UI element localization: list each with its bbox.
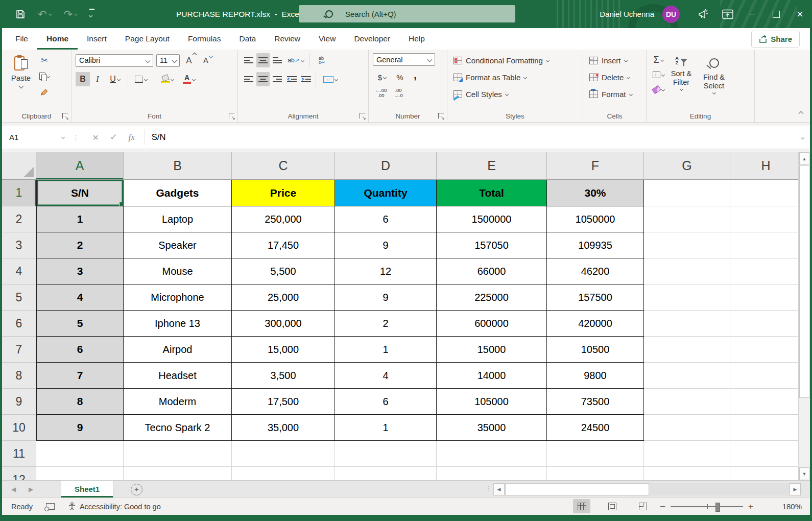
- cell-H9[interactable]: [730, 389, 798, 415]
- cell-B4[interactable]: Mouse: [124, 258, 232, 285]
- cell-F3[interactable]: 109935: [547, 232, 644, 258]
- accessibility-status[interactable]: Accessibility: Good to go: [68, 502, 161, 511]
- page-break-preview-button[interactable]: [634, 499, 652, 513]
- font-color-button[interactable]: A: [179, 72, 199, 86]
- row-header-3[interactable]: 3: [2, 232, 36, 258]
- cell-E7[interactable]: 15000: [437, 337, 547, 363]
- previous-sheet-button[interactable]: ◀: [11, 481, 16, 498]
- italic-button[interactable]: I: [91, 72, 104, 86]
- cell-H4[interactable]: [730, 258, 798, 285]
- cell-G1[interactable]: [644, 180, 730, 206]
- cell-C7[interactable]: 15,000: [232, 337, 335, 363]
- format-as-table-button[interactable]: Format as Table: [453, 70, 579, 85]
- tab-review[interactable]: Review: [265, 28, 309, 50]
- cell-H2[interactable]: [730, 206, 798, 232]
- cell-D6[interactable]: 2: [335, 311, 437, 337]
- cell-E8[interactable]: 14000: [437, 363, 547, 389]
- cell-C2[interactable]: 250,000: [232, 206, 335, 232]
- cell-D3[interactable]: 9: [335, 232, 437, 258]
- alignment-dialog-launcher[interactable]: [360, 113, 365, 119]
- cell-F6[interactable]: 420000: [547, 311, 644, 337]
- cell-G5[interactable]: [644, 285, 730, 311]
- tab-developer[interactable]: Developer: [345, 28, 399, 50]
- percent-style-button[interactable]: %: [392, 70, 408, 84]
- tab-view[interactable]: View: [309, 28, 345, 50]
- enter-button[interactable]: ✓: [110, 132, 117, 143]
- scroll-up-button[interactable]: ▲: [799, 152, 809, 165]
- row-header-1[interactable]: 1: [2, 180, 36, 206]
- cell-G7[interactable]: [644, 337, 730, 363]
- cell-C3[interactable]: 17,450: [232, 232, 335, 258]
- grow-font-button[interactable]: A: [181, 53, 197, 67]
- tab-help[interactable]: Help: [399, 28, 434, 50]
- row-header-2[interactable]: 2: [2, 206, 36, 232]
- cell-F1[interactable]: 30%: [547, 180, 644, 206]
- cell-E2[interactable]: 1500000: [437, 206, 547, 232]
- cell-C11[interactable]: [232, 441, 335, 467]
- cell-E11[interactable]: [437, 441, 547, 467]
- cell-F11[interactable]: [547, 441, 644, 467]
- cell-E10[interactable]: 35000: [437, 415, 547, 441]
- redo-button[interactable]: ↷: [64, 9, 78, 19]
- close-button[interactable]: ×: [788, 0, 812, 28]
- align-middle-button[interactable]: [256, 53, 270, 67]
- fill-button[interactable]: [652, 68, 665, 81]
- borders-button[interactable]: [131, 72, 151, 86]
- cell-D9[interactable]: 6: [335, 389, 437, 415]
- conditional-formatting-button[interactable]: Conditional Formatting: [453, 53, 579, 68]
- cell-E6[interactable]: 600000: [437, 311, 547, 337]
- horizontal-scroll-thumb[interactable]: [505, 483, 649, 495]
- column-header-G[interactable]: G: [644, 152, 730, 180]
- tab-home[interactable]: Home: [37, 28, 78, 50]
- increase-decimal-button[interactable]: ←.00.00: [373, 86, 389, 100]
- cell-G12[interactable]: [644, 467, 730, 480]
- tab-data[interactable]: Data: [230, 28, 265, 50]
- cell-F5[interactable]: 157500: [547, 285, 644, 311]
- fill-color-button[interactable]: [157, 72, 178, 86]
- cell-A6[interactable]: 5: [36, 311, 124, 337]
- cell-A1[interactable]: S/N: [36, 180, 124, 206]
- cell-B2[interactable]: Laptop: [124, 206, 232, 232]
- cell-F12[interactable]: [547, 467, 644, 480]
- delete-cells-button[interactable]: Delete: [589, 70, 642, 85]
- cell-A10[interactable]: 9: [36, 415, 124, 441]
- paste-button[interactable]: Paste: [6, 53, 36, 111]
- cell-F8[interactable]: 9800: [547, 363, 644, 389]
- cell-C12[interactable]: [232, 467, 335, 480]
- format-cells-button[interactable]: Format: [589, 87, 642, 102]
- cell-E1[interactable]: Total: [437, 180, 547, 206]
- find-select-button[interactable]: Find & Select: [698, 53, 730, 112]
- cell-B7[interactable]: Airpod: [124, 337, 232, 363]
- comma-style-button[interactable]: ,: [409, 70, 422, 84]
- font-size-combo[interactable]: 11: [156, 54, 180, 67]
- cell-styles-button[interactable]: Cell Styles: [453, 87, 579, 102]
- cell-E4[interactable]: 66000: [437, 258, 547, 285]
- font-name-combo[interactable]: Calibri: [76, 54, 153, 67]
- row-header-9[interactable]: 9: [2, 389, 36, 415]
- sort-filter-button[interactable]: AZ Sort & Filter: [665, 53, 698, 112]
- normal-view-button[interactable]: [573, 499, 590, 513]
- decrease-indent-button[interactable]: [285, 72, 298, 86]
- scroll-down-button[interactable]: ▼: [799, 467, 809, 480]
- cell-C9[interactable]: 17,500: [232, 389, 335, 415]
- insert-function-button[interactable]: fx: [129, 132, 135, 143]
- bold-button[interactable]: B: [76, 72, 90, 86]
- formula-input[interactable]: S/N: [145, 132, 801, 142]
- row-header-4[interactable]: 4: [2, 258, 36, 285]
- cell-G10[interactable]: [644, 415, 730, 441]
- clear-button[interactable]: [652, 83, 665, 96]
- undo-button[interactable]: ↶: [38, 9, 52, 19]
- cell-B11[interactable]: [124, 441, 232, 467]
- cell-B6[interactable]: Iphone 13: [124, 311, 232, 337]
- copy-button[interactable]: [38, 69, 51, 83]
- tab-file[interactable]: File: [6, 28, 37, 50]
- scroll-right-button[interactable]: ▶: [790, 483, 801, 495]
- increase-indent-button[interactable]: [299, 72, 313, 86]
- align-center-button[interactable]: [256, 72, 270, 86]
- share-button[interactable]: Share: [751, 31, 800, 48]
- name-box[interactable]: A1: [2, 126, 69, 149]
- cell-A7[interactable]: 6: [36, 337, 124, 363]
- row-header-12[interactable]: 12: [2, 467, 36, 480]
- ribbon-display-options-button[interactable]: [715, 0, 740, 28]
- format-painter-button[interactable]: [38, 85, 51, 99]
